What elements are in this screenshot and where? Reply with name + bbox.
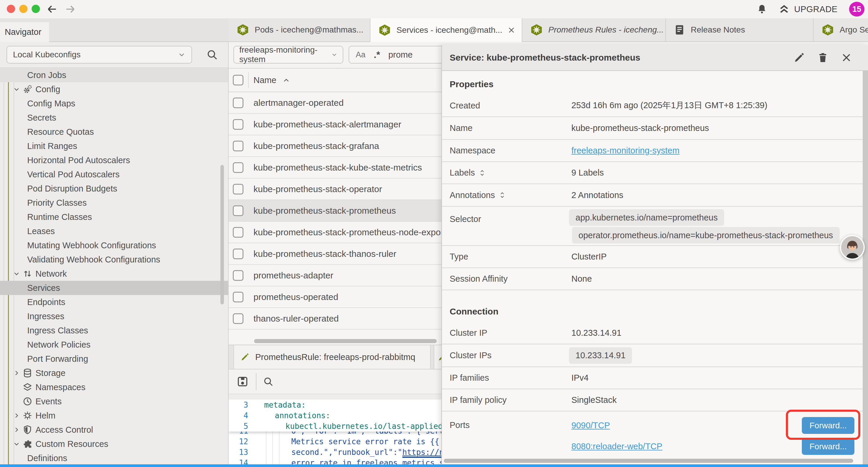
upgrade-button[interactable]: UPGRADE xyxy=(794,0,838,18)
navigator-sidebar: Local Kubeconfigs Cron Jobs Config Confi… xyxy=(0,42,229,467)
sidebar-item-config-maps[interactable]: Config Maps xyxy=(0,96,228,111)
sidebar-group-network[interactable]: Network xyxy=(0,267,228,281)
sidebar-scrollbar[interactable] xyxy=(220,165,224,304)
namespace-link[interactable]: freeleaps-monitoring-system xyxy=(571,146,680,155)
detail-header: Service: kube-prometheus-stack-prometheu… xyxy=(442,45,868,71)
namespace-selector[interactable]: freeleaps-monitoring-system xyxy=(234,46,343,63)
row-checkbox[interactable] xyxy=(233,184,243,195)
avatar-image xyxy=(841,236,864,259)
sidebar-group-access-control[interactable]: Access Control xyxy=(0,423,228,437)
sidebar-item-horizontal-pod-autoscalers[interactable]: Horizontal Pod Autoscalers xyxy=(0,153,228,167)
tab-prometheus-rules[interactable]: Prometheus Rules - icecheng... xyxy=(522,18,666,41)
row-checkbox[interactable] xyxy=(233,313,243,324)
tab-pods[interactable]: Pods - icecheng@mathmas... xyxy=(229,18,370,41)
sidebar-item-services[interactable]: Services xyxy=(0,281,228,295)
chevron-right-icon xyxy=(13,412,20,419)
save-icon[interactable] xyxy=(236,375,249,388)
tab-argo[interactable]: Argo Se xyxy=(814,18,868,41)
service-detail-panel: Service: kube-prometheus-stack-prometheu… xyxy=(441,45,868,467)
sidebar-item-validating-webhook-configurations[interactable]: Validating Webhook Configurations xyxy=(0,253,228,267)
window-zoom-button[interactable] xyxy=(32,5,40,13)
row-checkbox[interactable] xyxy=(233,292,243,302)
window-minimize-button[interactable] xyxy=(19,5,28,13)
upgrade-chevrons-icon[interactable] xyxy=(778,4,790,16)
shield-icon xyxy=(23,425,32,435)
sidebar-item-port-forwarding[interactable]: Port Forwarding xyxy=(0,352,228,366)
expand-collapse-icon[interactable] xyxy=(478,169,486,177)
sidebar-item-namespaces[interactable]: Namespaces xyxy=(0,380,228,394)
notifications-bell-icon[interactable] xyxy=(756,4,768,15)
match-case-toggle[interactable]: Aa xyxy=(356,50,366,59)
sidebar-item-definitions[interactable]: Definitions xyxy=(0,451,228,465)
delete-trash-icon[interactable] xyxy=(817,52,829,63)
search-icon[interactable] xyxy=(206,49,218,61)
sidebar-item-mutating-webhook-configurations[interactable]: Mutating Webhook Configurations xyxy=(0,238,228,253)
tab-label: Release Notes xyxy=(691,25,745,35)
port-link-8080[interactable]: 8080:reloader-web/TCP xyxy=(571,441,662,451)
sidebar-item-secrets[interactable]: Secrets xyxy=(0,111,228,125)
detail-vertical-scrollbar[interactable] xyxy=(863,71,868,467)
sidebar-item-limit-ranges[interactable]: Limit Ranges xyxy=(0,139,228,153)
forward-arrow-icon[interactable] xyxy=(64,3,76,15)
sidebar-group-custom-resources[interactable]: Custom Resources xyxy=(0,437,228,451)
detail-horizontal-scrollbar[interactable] xyxy=(444,459,853,463)
tab-label: Pods - icecheng@mathmas... xyxy=(255,25,363,35)
detail-actions xyxy=(794,52,852,63)
sidebar-group-helm[interactable]: Helm xyxy=(0,408,228,423)
cluster-ip-chip: 10.233.14.91 xyxy=(569,347,632,364)
sidebar-item-resource-quotas[interactable]: Resource Quotas xyxy=(0,125,228,139)
row-checkbox[interactable] xyxy=(233,270,243,281)
sidebar-item-runtime-classes[interactable]: Runtime Classes xyxy=(0,210,228,224)
row-checkbox[interactable] xyxy=(233,97,243,108)
row-checkbox[interactable] xyxy=(233,227,243,238)
editor-tab-prometheusrule[interactable]: PrometheusRule: freeleaps-prod-rabbitmq xyxy=(234,345,431,369)
sidebar-item-ingresses[interactable]: Ingresses xyxy=(0,309,228,323)
kubeconfig-selector[interactable]: Local Kubeconfigs xyxy=(6,46,192,63)
tab-label: Services - icecheng@math... xyxy=(397,25,502,35)
row-checkbox[interactable] xyxy=(233,119,243,130)
window-close-button[interactable] xyxy=(7,5,15,13)
close-icon[interactable] xyxy=(841,52,852,63)
navigator-tree: Cron Jobs Config Config Maps Secrets Res… xyxy=(0,68,228,467)
chevron-right-icon xyxy=(13,426,20,433)
name-column-header[interactable]: Name xyxy=(253,68,276,92)
forward-button-8080[interactable]: Forward... xyxy=(802,438,855,455)
notification-count-badge[interactable]: 15 xyxy=(849,2,864,17)
edit-pencil-icon[interactable] xyxy=(794,52,805,63)
sidebar-item-leases[interactable]: Leases xyxy=(0,224,228,238)
navigator-pane-tab[interactable]: Navigator xyxy=(0,22,49,42)
app-window: UPGRADE 15 Navigator Pods - icecheng@mat… xyxy=(0,0,868,467)
expand-collapse-icon[interactable] xyxy=(498,191,506,199)
sidebar-item-pod-disruption-budgets[interactable]: Pod Disruption Budgets xyxy=(0,181,228,196)
port-link-9090[interactable]: 9090/TCP xyxy=(571,420,610,431)
sidebar-item-cron-jobs[interactable]: Cron Jobs xyxy=(0,68,228,82)
avatar[interactable] xyxy=(840,235,865,260)
search-icon[interactable] xyxy=(263,376,274,387)
row-checkbox[interactable] xyxy=(233,249,243,259)
tab-release-notes[interactable]: Release Notes xyxy=(666,18,814,41)
back-arrow-icon[interactable] xyxy=(46,3,58,15)
sidebar-group-config[interactable]: Config xyxy=(0,82,228,96)
sidebar-item-priority-classes[interactable]: Priority Classes xyxy=(0,196,228,210)
sidebar-group-storage[interactable]: Storage xyxy=(0,366,228,380)
detail-title: Service: kube-prometheus-stack-prometheu… xyxy=(450,53,640,63)
table-horizontal-scrollbar[interactable] xyxy=(254,339,437,343)
close-icon[interactable] xyxy=(507,26,515,34)
sidebar-item-network-policies[interactable]: Network Policies xyxy=(0,338,228,352)
tab-services[interactable]: Services - icecheng@math... xyxy=(370,18,522,42)
regex-toggle[interactable]: .* xyxy=(374,49,380,60)
sidebar-item-endpoints[interactable]: Endpoints xyxy=(0,295,228,309)
detail-body: Properties Created 253d 16h 6m ago (2025… xyxy=(442,71,863,467)
selector-chip: operator.prometheus.io/name=kube-prometh… xyxy=(572,227,840,243)
row-checkbox[interactable] xyxy=(233,205,243,216)
kubeconfig-selected-value: Local Kubeconfigs xyxy=(13,50,81,59)
sidebar-item-events[interactable]: Events xyxy=(0,394,228,408)
kubernetes-icon xyxy=(236,23,249,36)
kubernetes-icon xyxy=(530,23,543,36)
sidebar-item-ingress-classes[interactable]: Ingress Classes xyxy=(0,323,228,338)
sidebar-item-vertical-pod-autoscalers[interactable]: Vertical Pod Autoscalers xyxy=(0,167,228,181)
row-checkbox[interactable] xyxy=(233,141,243,151)
select-all-checkbox[interactable] xyxy=(233,75,243,85)
clock-icon xyxy=(23,396,32,406)
row-checkbox[interactable] xyxy=(233,162,243,173)
